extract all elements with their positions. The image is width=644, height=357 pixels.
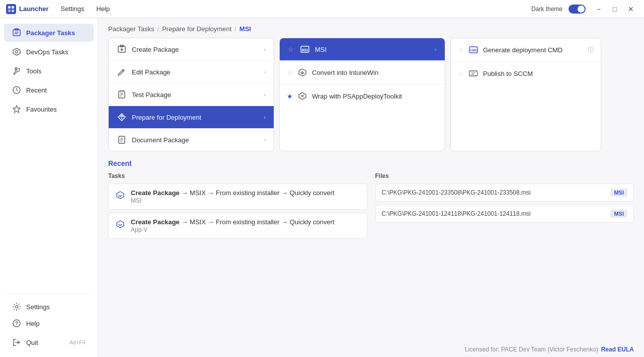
test-package-arrow: ›	[264, 92, 266, 98]
sidebar-item-packager-tasks[interactable]: Packager Tasks	[4, 24, 94, 42]
titlebar-nav: Settings Help	[57, 3, 114, 15]
menu-item-psappdeploytoolkit[interactable]: ★ Wrap with PSAppDeployToolkit	[280, 84, 445, 108]
devops-tasks-icon	[12, 47, 21, 56]
recent-file-1-path: C:\PKG\PKG-241001-233508\PKG-241001-2335…	[382, 189, 606, 196]
recent-file-2[interactable]: C:\PKG\PKG-241001-124118\PKG-241001-1241…	[375, 205, 634, 223]
app-name: Launcher	[19, 5, 49, 13]
svg-point-10	[16, 306, 18, 308]
recent-task-1-content: Create Package → MSIX → From existing in…	[131, 189, 335, 204]
svg-text:CMD: CMD	[470, 49, 477, 52]
task-area: Create Package › Edit Package ›	[98, 38, 644, 151]
breadcrumb-part-1[interactable]: Packager Tasks	[108, 25, 154, 33]
sidebar-item-recent[interactable]: Recent	[4, 81, 94, 99]
psappdeploytoolkit-star[interactable]: ★	[287, 93, 293, 100]
sidebar-settings-label: Settings	[26, 303, 50, 311]
read-eula-link[interactable]: Read EULA	[601, 346, 634, 353]
generate-deployment-cmd-star[interactable]: ☆	[458, 46, 464, 54]
menu-item-create-package[interactable]: Create Package ›	[109, 38, 274, 61]
minimize-button[interactable]: −	[592, 3, 606, 15]
sidebar-item-settings[interactable]: Settings	[4, 298, 94, 313]
packager-tasks-icon	[12, 28, 21, 37]
license-text: Licensed for: PACE Dev Team (Victor Fesc…	[465, 346, 598, 353]
app-logo-icon	[6, 4, 16, 14]
recent-icon	[12, 85, 21, 95]
sidebar-favourites-label: Favourites	[26, 106, 57, 113]
help-icon	[12, 319, 21, 328]
recent-task-1[interactable]: Create Package → MSIX → From existing in…	[108, 184, 367, 210]
mid-panel: ☆ MSI MSI › ☆	[279, 38, 445, 151]
svg-rect-3	[12, 10, 14, 12]
recent-task-2-title: Create Package → MSIX → From existing in…	[131, 218, 335, 226]
footer: Licensed for: PACE Dev Team (Victor Fesc…	[98, 342, 644, 357]
dark-theme-toggle[interactable]	[569, 5, 586, 14]
svg-rect-2	[8, 10, 11, 12]
recent-columns: Tasks Create Package → MSIX → From ex	[108, 172, 634, 242]
favourites-icon	[12, 105, 21, 114]
nav-help[interactable]: Help	[93, 3, 114, 15]
svg-rect-4	[13, 30, 20, 36]
sidebar: Packager Tasks DevOps Tasks Tools	[0, 18, 98, 357]
intunewin-star[interactable]: ☆	[287, 69, 293, 76]
recent-file-2-badge: MSI	[610, 210, 627, 218]
psappdeploytoolkit-icon	[297, 91, 308, 102]
msi-star[interactable]: ☆	[288, 46, 294, 53]
sidebar-item-favourites[interactable]: Favourites	[4, 100, 94, 118]
create-package-arrow: ›	[264, 46, 266, 52]
intunewin-label: Convert into IntuneWin	[312, 69, 438, 76]
app-logo: Launcher	[6, 4, 49, 14]
maximize-button[interactable]: □	[608, 3, 622, 15]
recent-task-2[interactable]: Create Package → MSIX → From existing in…	[108, 213, 367, 239]
sidebar-item-help[interactable]: Help	[4, 314, 94, 332]
prepare-deployment-label: Prepare for Deployment	[132, 114, 259, 121]
titlebar-right: Dark theme − □ ✕	[531, 3, 638, 15]
psappdeploytoolkit-label: Wrap with PSAppDeployToolkit	[312, 93, 438, 100]
recent-task-2-content: Create Package → MSIX → From existing in…	[131, 218, 335, 233]
menu-item-publish-sccm[interactable]: ☆ Publish to SCCM	[451, 62, 601, 85]
recent-section: Recent Tasks Creat	[98, 151, 644, 247]
menu-item-intunewin[interactable]: ☆ Convert into IntuneWin	[280, 61, 445, 84]
menu-item-prepare-deployment[interactable]: Prepare for Deployment ›	[109, 106, 274, 129]
tools-icon	[12, 66, 21, 75]
info-icon[interactable]: ⓘ	[588, 46, 594, 54]
breadcrumb-part-2[interactable]: Prepare for Deployment	[162, 25, 231, 33]
left-panel: Create Package › Edit Package ›	[108, 38, 274, 151]
edit-package-icon	[117, 67, 127, 77]
recent-task-1-title: Create Package → MSIX → From existing in…	[131, 189, 335, 197]
recent-file-1[interactable]: C:\PKG\PKG-241001-233508\PKG-241001-2335…	[375, 184, 634, 202]
document-package-arrow: ›	[264, 137, 266, 143]
svg-point-12	[16, 325, 17, 325]
msi-icon: MSI	[300, 44, 310, 54]
publish-sccm-star[interactable]: ☆	[458, 70, 464, 77]
prepare-deployment-icon	[117, 112, 127, 122]
menu-item-document-package[interactable]: Document Package ›	[109, 129, 274, 151]
sidebar-tools-label: Tools	[26, 67, 41, 75]
nav-settings[interactable]: Settings	[57, 3, 89, 15]
document-package-label: Document Package	[132, 136, 259, 144]
sidebar-quit-label: Quit	[26, 339, 38, 346]
sidebar-item-devops-tasks[interactable]: DevOps Tasks	[4, 43, 94, 61]
settings-icon	[12, 302, 21, 311]
generate-deployment-cmd-label: Generate deployment CMD	[483, 46, 584, 54]
menu-item-edit-package[interactable]: Edit Package ›	[109, 61, 274, 83]
close-button[interactable]: ✕	[624, 3, 638, 15]
breadcrumb-part-3: MSI	[239, 25, 251, 33]
sidebar-item-tools[interactable]: Tools	[4, 62, 94, 80]
svg-rect-1	[12, 6, 14, 9]
svg-marker-9	[13, 106, 20, 113]
test-package-icon	[117, 90, 127, 100]
edit-package-label: Edit Package	[132, 68, 259, 76]
recent-task-2-subtitle: App-V	[131, 226, 335, 233]
msi-label: MSI	[315, 46, 430, 53]
menu-item-generate-deployment-cmd[interactable]: ☆ CMD Generate deployment CMD ⓘ	[451, 38, 601, 62]
sidebar-item-quit[interactable]: Quit Alt+F4	[4, 333, 94, 351]
breadcrumb-sep-2: /	[234, 25, 236, 33]
prepare-deployment-arrow: ›	[264, 114, 266, 120]
recent-task-1-name: Create Package	[131, 189, 180, 197]
dark-theme-label: Dark theme	[531, 6, 562, 13]
test-package-label: Test Package	[132, 91, 259, 99]
menu-item-test-package[interactable]: Test Package ›	[109, 83, 274, 106]
create-package-icon	[117, 44, 127, 54]
window-controls: − □ ✕	[592, 3, 638, 15]
msi-arrow: ›	[435, 46, 437, 52]
menu-item-msi[interactable]: ☆ MSI MSI ›	[280, 38, 445, 61]
